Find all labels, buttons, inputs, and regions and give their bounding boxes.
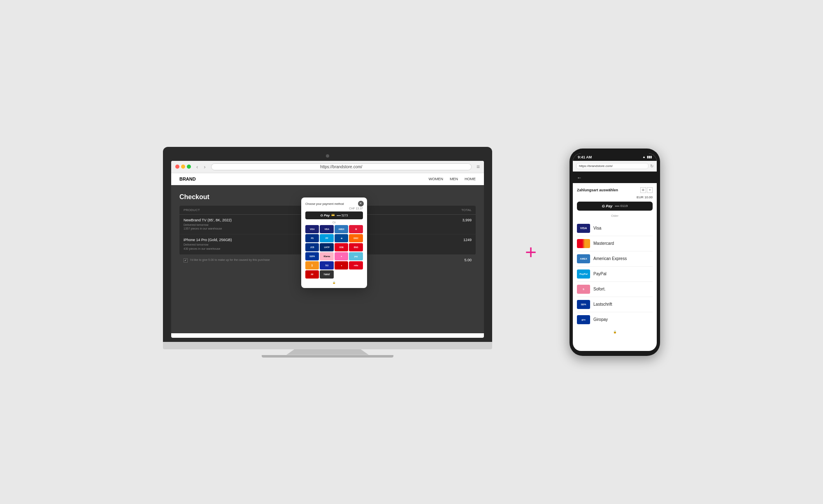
nav-link-women[interactable]: WOMEN	[428, 177, 443, 181]
list-view-button[interactable]: ≡	[647, 187, 653, 193]
pay-icon-maestro2[interactable]: ●	[335, 261, 349, 269]
pay-icon-pay[interactable]: pay	[349, 252, 363, 260]
modal-secure-lock: 🔒	[305, 281, 363, 284]
product-1-price: 3,999	[447, 218, 472, 222]
mastercard-label: Mastercard	[593, 241, 614, 246]
laptop-stand	[286, 349, 369, 355]
pay-icon-bitcoin[interactable]: ₿	[305, 261, 319, 269]
phone-reload-button[interactable]: ↻	[650, 164, 653, 168]
list-item[interactable]: Mastercard	[577, 236, 653, 251]
laptop-camera-bar	[171, 154, 484, 158]
tl-red[interactable]	[175, 165, 179, 169]
list-item[interactable]: VISA Visa	[577, 221, 653, 236]
modal-quick-pay[interactable]: G Pay 💳 •••• 5273	[305, 211, 363, 219]
pay-icon-klarna[interactable]: Klarna	[320, 252, 334, 260]
nav-buttons: ‹ ›	[194, 163, 208, 170]
pay-icon-visa2[interactable]: VISA	[320, 225, 334, 233]
phone-time: 9:41 AM	[578, 155, 592, 159]
giropay-icon: giro	[577, 315, 590, 324]
phone-browser-bar: https://brandstore.com/ ↻	[573, 161, 657, 172]
pay-icon-pf[interactable]: PF	[305, 270, 319, 279]
scene: ‹ › https://brandstore.com/ ≡ BRAND WOME…	[163, 147, 660, 358]
pay-icon-discover[interactable]: DISC	[349, 234, 363, 242]
list-item[interactable]: S Sofort.	[577, 282, 653, 297]
pay-icon-reka[interactable]: reka	[349, 261, 363, 269]
phone-card-number: •••• 0119	[615, 204, 628, 208]
pay-icon-maestro[interactable]: M	[349, 225, 363, 233]
visa-label: Visa	[593, 226, 601, 230]
modal-total: CHF 13.37	[305, 207, 363, 210]
phone-body: 9:41 AM ▲ ▮▮▮ https://brandstore.com/ ↻ …	[570, 149, 660, 356]
pay-icon-bonus[interactable]: BNS	[349, 243, 363, 251]
climate-checkbox[interactable]: ✓	[184, 258, 188, 262]
phone-url-bar[interactable]: https://brandstore.com/	[576, 163, 649, 169]
pay-icon-twint-pink[interactable]: ♥	[335, 252, 349, 260]
laptop-screen: ‹ › https://brandstore.com/ ≡ BRAND WOME…	[171, 161, 484, 338]
col-header-total: TOTAL	[447, 208, 472, 212]
grid-view-button[interactable]: ⊞	[640, 187, 646, 193]
pay-icon-ps[interactable]: PS	[305, 234, 319, 242]
phone: 9:41 AM ▲ ▮▮▮ https://brandstore.com/ ↻ …	[570, 149, 660, 356]
pay-icon-paypal[interactable]: PP	[320, 234, 334, 242]
pay-icon-samsung[interactable]: S⊡	[320, 261, 334, 269]
gpay-text: G Pay	[320, 214, 330, 217]
pay-icon-diners[interactable]: ⊕	[335, 234, 349, 242]
forward-button[interactable]: ›	[202, 163, 207, 170]
back-button[interactable]: ‹	[194, 163, 200, 170]
phone-back-button[interactable]: ←	[577, 175, 582, 181]
phone-status-icons: ▲ ▮▮▮	[642, 155, 652, 159]
lastschrift-label: Lastschrift	[593, 302, 612, 307]
site-content: Checkout PRODUCT TOTAL NewBrand TV (85',…	[171, 185, 484, 333]
pay-icon-amex[interactable]: AMEX	[335, 225, 349, 233]
phone-quick-pay-button[interactable]: G Pay •••• 0119	[577, 202, 653, 211]
plus-sign: +	[525, 241, 537, 263]
paypal-icon: PayPal	[577, 269, 590, 279]
card-number: •••• 5273	[337, 214, 348, 217]
visa-icon: VISA	[577, 224, 590, 233]
oder-text: Oder	[577, 214, 653, 218]
tl-yellow[interactable]	[181, 165, 185, 169]
phone-content: Zahlungsart auswählen ⊞ ≡ EUR 10.00 G Pa…	[573, 183, 657, 341]
pay-icon-twint[interactable]: TWINT	[320, 270, 334, 279]
nav-link-home[interactable]: HOME	[465, 177, 476, 181]
nav-link-men[interactable]: MEN	[450, 177, 458, 181]
pay-icon-jcb[interactable]: JCB	[305, 243, 319, 251]
list-item[interactable]: giro Giropay	[577, 312, 653, 327]
view-toggle: ⊞ ≡	[640, 187, 653, 193]
sofort-label: Sofort.	[593, 287, 605, 291]
payment-section-header: Zahlungsart auswählen ⊞ ≡	[577, 187, 653, 193]
tl-green[interactable]	[187, 165, 191, 169]
payment-methods-list: VISA Visa Mastercard AMEX American Expre…	[577, 221, 653, 327]
lastschrift-icon: SEPA	[577, 300, 590, 309]
url-bar[interactable]: https://brandstore.com/	[211, 163, 472, 170]
sofort-icon: S	[577, 285, 590, 294]
payment-modal: ✕ Choose your payment method CHF 13.37 G…	[301, 197, 367, 288]
product-2-price: 1249	[447, 238, 472, 242]
menu-icon[interactable]: ≡	[477, 163, 480, 170]
giropay-label: Giropay	[593, 317, 608, 322]
phone-screen: 9:41 AM ▲ ▮▮▮ https://brandstore.com/ ↻ …	[573, 153, 657, 351]
phone-nav-bar: ←	[573, 172, 657, 183]
list-item[interactable]: AMEX American Express	[577, 251, 653, 267]
list-item[interactable]: SEPA Lastschrift	[577, 297, 653, 312]
amex-label: American Express	[593, 256, 627, 261]
wifi-icon: ▲	[642, 155, 646, 159]
pay-icon-sepa[interactable]: SEPA	[305, 252, 319, 260]
laptop-camera	[326, 154, 329, 158]
paypal-label: PayPal	[593, 272, 607, 276]
pay-icon-visa[interactable]: VISA	[305, 225, 319, 233]
pay-icon-uatp[interactable]: UATP	[320, 243, 334, 251]
browser-chrome: ‹ › https://brandstore.com/ ≡	[171, 161, 484, 173]
phone-gpay-text: G Pay	[602, 204, 613, 208]
payment-grid: VISA VISA AMEX M PS PP ⊕ DISC JCB UATP O…	[305, 225, 363, 279]
modal-title: Choose your payment method	[305, 202, 363, 205]
modal-close-button[interactable]: ✕	[358, 201, 364, 207]
laptop-base	[163, 342, 492, 349]
mastercard-icon	[577, 239, 590, 248]
laptop-body: ‹ › https://brandstore.com/ ≡ BRAND WOME…	[163, 147, 492, 342]
pay-icon-ode[interactable]: ODE	[335, 243, 349, 251]
list-item[interactable]: PayPal PayPal	[577, 267, 653, 282]
laptop-foot	[262, 355, 393, 358]
payment-amount: EUR 10.00	[577, 195, 653, 199]
battery-icon: ▮▮▮	[647, 155, 652, 159]
